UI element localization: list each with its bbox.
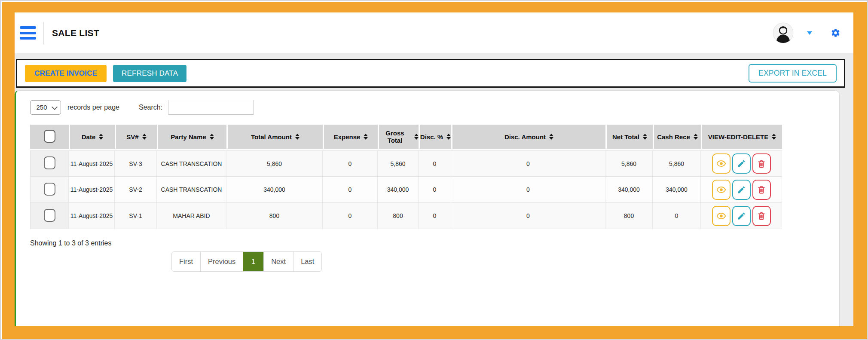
select-all-header bbox=[30, 125, 69, 150]
sort-icon bbox=[549, 134, 553, 140]
edit-pencil-button[interactable] bbox=[732, 153, 751, 174]
showing-entries-text: Showing 1 to 3 of 3 entries bbox=[30, 239, 839, 247]
row-actions bbox=[712, 206, 771, 226]
col-header-expense[interactable]: Expense bbox=[323, 125, 378, 150]
cell-disc-pct: 0 bbox=[419, 203, 451, 229]
pagination-next-button[interactable]: Next bbox=[263, 252, 293, 271]
delete-trash-button[interactable] bbox=[752, 180, 771, 200]
cell-net-total: 340,000 bbox=[605, 177, 653, 203]
cell-total-amount: 5,860 bbox=[226, 150, 323, 177]
sort-icon bbox=[99, 134, 103, 140]
col-header-disc-pct[interactable]: Disc. % bbox=[419, 125, 451, 150]
create-invoice-button[interactable]: CREATE INVOICE bbox=[25, 65, 107, 82]
select-all-checkbox[interactable] bbox=[44, 130, 55, 143]
header-bar: SALE LIST bbox=[15, 12, 853, 53]
menu-hamburger-icon[interactable] bbox=[20, 26, 36, 40]
cell-sv: SV-2 bbox=[115, 177, 157, 203]
pagination-previous-button[interactable]: Previous bbox=[200, 252, 243, 271]
sort-icon bbox=[414, 134, 419, 140]
cell-gross-total: 5,860 bbox=[378, 150, 419, 177]
col-header-view-edit-delete[interactable]: VIEW-EDIT-DELETE bbox=[701, 125, 782, 150]
pagination-page-1-button[interactable]: 1 bbox=[243, 252, 263, 271]
col-header-sv[interactable]: SV# bbox=[115, 125, 157, 150]
cell-gross-total: 340,000 bbox=[378, 177, 419, 203]
cell-cash-rece: 340,000 bbox=[653, 177, 701, 203]
col-header-net-total[interactable]: Net Total bbox=[605, 125, 653, 150]
records-per-page-label: records per page bbox=[67, 104, 119, 111]
sort-icon bbox=[364, 134, 368, 140]
cell-expense: 0 bbox=[323, 203, 378, 229]
pagination-last-button[interactable]: Last bbox=[293, 252, 321, 271]
cell-cash-rece: 0 bbox=[653, 203, 701, 229]
cell-sv: SV-1 bbox=[115, 203, 157, 229]
sort-icon bbox=[772, 134, 776, 140]
cell-actions bbox=[701, 150, 782, 177]
sort-icon bbox=[210, 134, 214, 140]
row-actions bbox=[712, 153, 771, 174]
search-input[interactable] bbox=[168, 100, 254, 115]
header-right bbox=[773, 22, 840, 43]
row-checkbox[interactable] bbox=[44, 156, 55, 169]
cell-actions bbox=[701, 203, 782, 229]
cell-date: 11-August-2025 bbox=[69, 177, 115, 203]
cell-party-name: CASH TRANSCATION bbox=[157, 150, 226, 177]
cell-expense: 0 bbox=[323, 150, 378, 177]
cell-party-name: CASH TRANSCATION bbox=[157, 177, 226, 203]
pagination-first-button[interactable]: First bbox=[172, 252, 200, 271]
row-checkbox[interactable] bbox=[44, 209, 55, 222]
delete-trash-button[interactable] bbox=[752, 206, 771, 226]
delete-trash-button[interactable] bbox=[752, 153, 771, 174]
search-label: Search: bbox=[139, 104, 162, 111]
col-header-date[interactable]: Date bbox=[69, 125, 115, 150]
cell-disc-pct: 0 bbox=[419, 177, 451, 203]
cell-total-amount: 340,000 bbox=[226, 177, 323, 203]
orange-frame: SALE LIST bbox=[2, 2, 867, 339]
row-checkbox[interactable] bbox=[44, 183, 55, 196]
table-controls: 250 records per page Search: bbox=[30, 100, 839, 115]
col-header-total-amount[interactable]: Total Amount bbox=[226, 125, 323, 150]
cell-disc-pct: 0 bbox=[419, 150, 451, 177]
refresh-data-button[interactable]: REFRESH DATA bbox=[113, 65, 186, 82]
records-select-wrap: 250 bbox=[30, 100, 61, 115]
view-eye-button[interactable] bbox=[712, 206, 730, 226]
cell-disc-amount: 0 bbox=[451, 177, 605, 203]
view-eye-button[interactable] bbox=[712, 180, 730, 200]
sort-icon bbox=[295, 134, 300, 140]
export-excel-button[interactable]: EXPORT IN EXCEL bbox=[749, 64, 837, 83]
user-avatar[interactable] bbox=[773, 22, 794, 43]
col-header-party-name[interactable]: Party Name bbox=[157, 125, 226, 150]
sort-icon bbox=[446, 134, 451, 140]
cell-sv: SV-3 bbox=[115, 150, 157, 177]
edit-pencil-button[interactable] bbox=[732, 206, 751, 226]
view-eye-button[interactable] bbox=[712, 153, 730, 174]
records-per-page-select[interactable]: 250 bbox=[30, 100, 61, 115]
table-row: 11-August-2025 SV-3 CASH TRANSCATION 5,8… bbox=[30, 150, 782, 177]
cell-date: 11-August-2025 bbox=[69, 150, 115, 177]
cell-actions bbox=[701, 177, 782, 203]
person-icon bbox=[773, 22, 794, 43]
pagination: First Previous 1 Next Last bbox=[171, 251, 322, 272]
col-header-disc-amount[interactable]: Disc. Amount bbox=[451, 125, 605, 150]
cell-date: 11-August-2025 bbox=[69, 203, 115, 229]
sort-icon bbox=[643, 134, 647, 140]
cell-total-amount: 800 bbox=[226, 203, 323, 229]
edit-pencil-button[interactable] bbox=[732, 180, 751, 200]
page-title: SALE LIST bbox=[52, 28, 99, 38]
table-row: 11-August-2025 SV-1 MAHAR ABID 800 0 800… bbox=[30, 203, 782, 229]
cell-party-name: MAHAR ABID bbox=[157, 203, 226, 229]
col-header-cash-rece[interactable]: Cash Rece bbox=[653, 125, 701, 150]
cell-cash-rece: 5,860 bbox=[653, 150, 701, 177]
cell-net-total: 800 bbox=[605, 203, 653, 229]
chevron-down-icon[interactable] bbox=[807, 31, 812, 35]
settings-gear-icon[interactable] bbox=[831, 28, 840, 38]
cell-expense: 0 bbox=[323, 177, 378, 203]
table-row: 11-August-2025 SV-2 CASH TRANSCATION 340… bbox=[30, 177, 782, 203]
app-window: SALE LIST bbox=[0, 0, 868, 340]
cell-disc-amount: 0 bbox=[451, 150, 605, 177]
toolbar: CREATE INVOICE REFRESH DATA EXPORT IN EX… bbox=[16, 59, 845, 88]
content-panel: 250 records per page Search: Date bbox=[15, 90, 840, 326]
app-body: SALE LIST bbox=[15, 12, 853, 326]
col-header-gross-total[interactable]: Gross Total bbox=[378, 125, 419, 150]
table-header-row: Date SV# Party Name Total Amount Expense… bbox=[30, 125, 782, 150]
header-divider bbox=[43, 22, 44, 44]
